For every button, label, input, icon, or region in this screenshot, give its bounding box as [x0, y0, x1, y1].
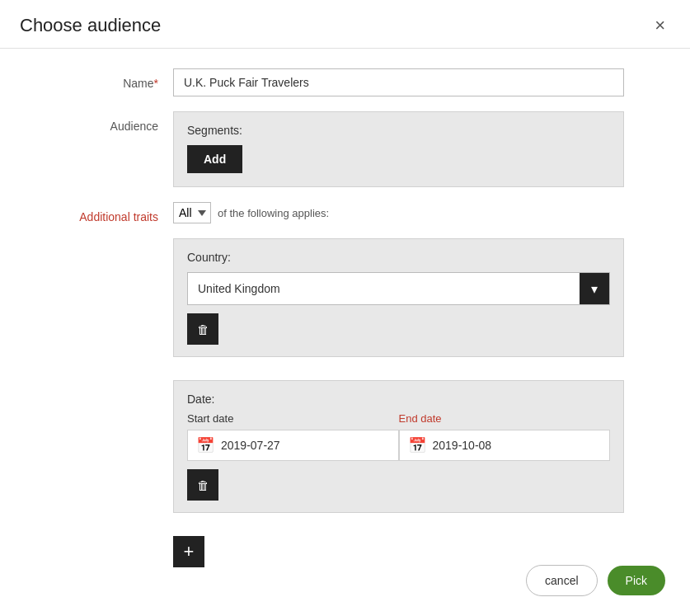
plus-spacer [66, 536, 173, 544]
traits-row: All of the following applies: [173, 202, 624, 223]
country-delete-button[interactable]: 🗑 [187, 313, 218, 345]
country-select-row: United Kingdom ▾ [187, 272, 610, 305]
country-spacer [66, 238, 173, 247]
dialog-title: Choose audience [20, 15, 161, 36]
cancel-button[interactable]: cancel [526, 565, 597, 596]
country-value: United Kingdom [188, 275, 580, 302]
audience-field: Segments: Add [173, 111, 624, 187]
date-spacer [66, 380, 173, 388]
country-dropdown-button[interactable]: ▾ [580, 273, 609, 304]
end-calendar-icon: 📅 [408, 436, 426, 454]
segments-label: Segments: [187, 124, 610, 137]
additional-traits-label: Additional traits [66, 202, 173, 223]
trash-icon: 🗑 [197, 322, 209, 336]
country-row: Country: United Kingdom ▾ 🗑 [66, 238, 624, 365]
all-select[interactable]: All [173, 202, 211, 223]
additional-traits-row: Additional traits All of the following a… [66, 202, 624, 223]
start-date-value: 2019-07-27 [221, 439, 280, 452]
start-date-input-row[interactable]: 📅 2019-07-27 [187, 430, 399, 461]
add-button[interactable]: Add [187, 145, 242, 173]
country-trait-block: Country: United Kingdom ▾ 🗑 [173, 238, 624, 357]
date-label: Date: [187, 393, 610, 406]
country-select-wrapper: United Kingdom ▾ [187, 272, 610, 305]
additional-traits-field: All of the following applies: [173, 202, 624, 223]
start-date-col: Start date 📅 2019-07-27 [187, 412, 399, 461]
close-button[interactable]: × [650, 15, 670, 36]
choose-audience-dialog: Choose audience × Name* Audience Segment… [0, 0, 690, 616]
country-field: Country: United Kingdom ▾ 🗑 [173, 238, 624, 365]
end-date-value: 2019-10-08 [433, 439, 492, 452]
date-row: Date: Start date 📅 2019-07-27 End date [66, 380, 624, 521]
name-field [173, 68, 624, 96]
name-label: Name* [66, 68, 173, 90]
trash-icon-date: 🗑 [197, 478, 209, 492]
dialog-body: Name* Audience Segments: Add Additional … [0, 49, 690, 602]
start-calendar-icon: 📅 [196, 436, 214, 454]
chevron-down-icon: ▾ [591, 281, 598, 297]
pick-button[interactable]: Pick [608, 566, 665, 595]
audience-label: Audience [66, 111, 173, 133]
date-field: Date: Start date 📅 2019-07-27 End date [173, 380, 624, 521]
name-input[interactable] [173, 68, 624, 96]
date-delete-button[interactable]: 🗑 [187, 469, 218, 501]
end-date-label: End date [399, 412, 611, 425]
name-row: Name* [66, 68, 624, 96]
country-label: Country: [187, 251, 610, 264]
audience-row: Audience Segments: Add [66, 111, 624, 187]
dialog-header: Choose audience × [0, 0, 690, 49]
dialog-footer: cancel Pick [0, 552, 690, 616]
traits-description: of the following applies: [218, 207, 329, 219]
audience-box: Segments: Add [173, 111, 624, 187]
end-date-col: End date 📅 2019-10-08 [399, 412, 611, 461]
end-date-input-row[interactable]: 📅 2019-10-08 [399, 430, 611, 461]
start-date-label: Start date [187, 412, 399, 425]
date-trait-block: Date: Start date 📅 2019-07-27 End date [173, 380, 624, 513]
date-inputs-row: Start date 📅 2019-07-27 End date 📅 2019-… [187, 412, 610, 461]
